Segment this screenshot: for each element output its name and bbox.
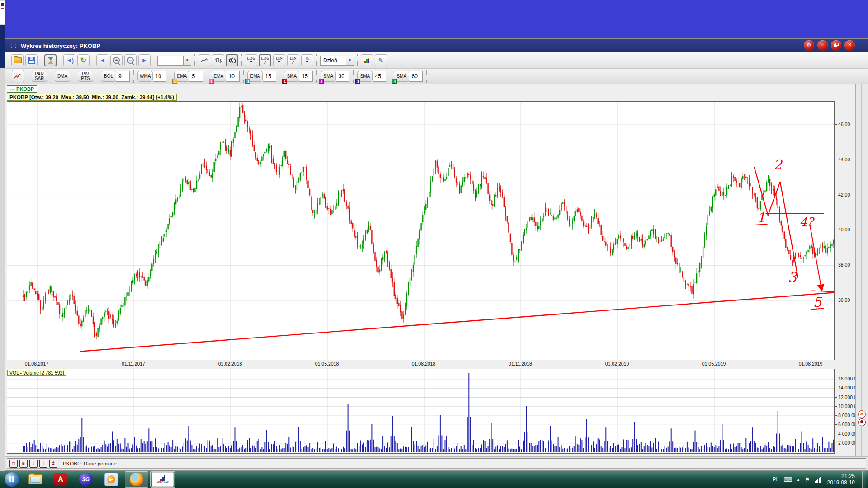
indicator-group-ema15: EMA153: [244, 70, 280, 83]
action-center-flag-icon[interactable]: ⚑: [805, 476, 810, 483]
sound-button[interactable]: [63, 54, 75, 66]
arrow-right-icon: ▶: [142, 57, 146, 63]
indicator-group-dma: DMA: [51, 70, 74, 83]
price-pane[interactable]: 1234?5: [7, 101, 835, 360]
zoom-in-button[interactable]: +: [110, 54, 123, 66]
indicator-button-parsar[interactable]: PAR SAR: [32, 71, 47, 82]
interval-select[interactable]: Dzień▼: [320, 56, 354, 66]
volume-close-icon[interactable]: ✕: [858, 410, 866, 418]
language-indicator[interactable]: PL: [773, 476, 779, 483]
indicator-button-wma[interactable]: WMA: [137, 71, 153, 82]
indicator-value-input[interactable]: 9: [116, 71, 130, 82]
scale-button-bottom-label: =: [306, 61, 309, 65]
status-icons: □≡↓↑‡: [9, 460, 57, 468]
volume-tick: [835, 415, 837, 416]
taskbar-item-adobe-reader[interactable]: A: [49, 471, 72, 488]
window-restore-button[interactable]: [831, 40, 841, 51]
legend-symbol: PKOBP: [16, 86, 34, 92]
indicator-badge: 4: [392, 79, 397, 84]
dash-annotation: [812, 291, 834, 292]
handwritten-label-4q: 4?: [800, 215, 815, 229]
indicator-button-pivpts[interactable]: PIV PTS: [78, 71, 93, 82]
chevron-down-icon[interactable]: ▼: [183, 56, 191, 65]
scale-button-log-eq[interactable]: LOG=: [245, 54, 257, 66]
arrow-annotation: [810, 224, 822, 291]
indicator-chart-button[interactable]: [12, 70, 24, 82]
line-chart-type-button[interactable]: [198, 54, 210, 66]
refresh-button[interactable]: ↻: [77, 54, 90, 66]
volume-tick: [835, 434, 837, 434]
scale-button-lin-neq[interactable]: LIN≠: [287, 54, 299, 66]
hidden-icons-chevron[interactable]: ▲: [797, 478, 800, 482]
volume-chart-svg: [7, 369, 834, 453]
show-desktop-button[interactable]: [862, 471, 866, 488]
candlestick-chart-type-button[interactable]: [226, 54, 238, 66]
window-close-button[interactable]: ×: [844, 40, 855, 51]
indicator-toolbar: PAR SARDMAPIV PTSBOL9WMA10EMA51EMA102EMA…: [5, 69, 868, 84]
status-icon-3[interactable]: ↑: [39, 460, 47, 468]
status-icon-0[interactable]: □: [9, 460, 18, 468]
window-titlebar[interactable]: ⋮⋮ Wykres historyczny: PKOBP ⚙ − ×: [5, 39, 868, 52]
volume-target-icon[interactable]: [858, 418, 866, 426]
status-icon-1[interactable]: ≡: [19, 460, 28, 468]
drag-handle-icon[interactable]: ⋮⋮: [9, 44, 15, 48]
history-range-button[interactable]: [44, 54, 57, 66]
zoom-out-button[interactable]: −: [124, 54, 137, 66]
edit-annotations-button[interactable]: ✎: [375, 54, 387, 66]
zoom-range-select[interactable]: ▼: [157, 56, 191, 66]
scale-button-log-neq[interactable]: LOG≠: [259, 54, 271, 66]
right-scrollbar[interactable]: ✕: [855, 84, 868, 457]
taskbar-item-epromak[interactable]: ePROMAK: [150, 471, 175, 488]
taskbar-item-explorer[interactable]: [24, 471, 47, 488]
indicator-value-input[interactable]: 15: [263, 71, 276, 82]
indicator-value-input[interactable]: 5: [189, 71, 203, 82]
series-legend[interactable]: — PKOBP: [7, 85, 37, 93]
scale-button-lin-eq[interactable]: LIN=: [273, 54, 285, 66]
taskbar-item-media-player[interactable]: ▶: [99, 471, 123, 488]
window-settings-button[interactable]: ⚙: [804, 40, 814, 51]
window-minimize-button[interactable]: −: [817, 40, 828, 51]
main-toolbar: ↻ ◀ + − ▶ ▼ LOG=LO: [5, 52, 868, 69]
epromak-icon: ePROMAK: [152, 472, 174, 487]
indicator-badge: 3: [355, 79, 360, 84]
taskbar-item-3g-modem[interactable]: 3G: [74, 471, 98, 488]
keyboard-icon[interactable]: ⌨: [783, 476, 792, 483]
scroll-left-button[interactable]: ◀: [96, 54, 108, 66]
legend-dash: —: [10, 86, 15, 92]
ohlc-bars-icon: [215, 57, 222, 64]
indicator-value-input[interactable]: 45: [373, 71, 386, 82]
indicator-badge: 1: [282, 79, 287, 84]
volume-legend[interactable]: VOL - Volume [2 781 592]: [7, 370, 66, 376]
save-button[interactable]: [25, 54, 38, 66]
chart-style-button[interactable]: [361, 54, 373, 66]
start-button[interactable]: [2, 471, 22, 488]
save-floppy-icon: [28, 57, 35, 64]
indicator-value-input[interactable]: 60: [409, 71, 423, 82]
clock[interactable]: 21:25 2019-08-19: [827, 473, 855, 486]
scale-button-%-eq[interactable]: %=: [301, 54, 313, 66]
price-tick-label: 46,00: [838, 122, 850, 127]
chevron-down-icon[interactable]: ▼: [346, 56, 354, 65]
indicator-value-input[interactable]: 15: [299, 71, 313, 82]
indicator-button-bol[interactable]: BOL: [101, 71, 116, 82]
indicator-value-input[interactable]: 10: [153, 71, 166, 82]
indicator-button-dma[interactable]: DMA: [55, 71, 70, 82]
status-icon-2[interactable]: ↓: [29, 460, 38, 468]
indicator-value-input[interactable]: 10: [226, 71, 240, 82]
scale-button-bottom-label: ≠: [264, 61, 267, 65]
scroll-right-button[interactable]: ▶: [138, 54, 151, 66]
date-tick-label: 01.08.2018: [412, 361, 436, 366]
volume-pane[interactable]: [7, 369, 835, 454]
indicator-badge: 2: [319, 79, 324, 84]
network-signal-icon[interactable]: [815, 477, 821, 483]
price-tick-label: 40,00: [838, 227, 850, 232]
indicator-value-input[interactable]: 30: [336, 71, 349, 82]
ohlc-chart-type-button[interactable]: [212, 54, 224, 66]
status-icon-4[interactable]: ‡: [49, 460, 57, 468]
background-window-band: [0, 25, 5, 68]
taskbar-item-firefox[interactable]: [125, 471, 148, 488]
indicator-buttons: PAR SARDMAPIV PTSBOL9WMA10EMA51EMA102EMA…: [28, 70, 427, 83]
window-title: Wykres historyczny: PKOBP: [21, 42, 100, 49]
open-button[interactable]: [11, 54, 24, 66]
red-line-chart-icon: [14, 73, 22, 80]
